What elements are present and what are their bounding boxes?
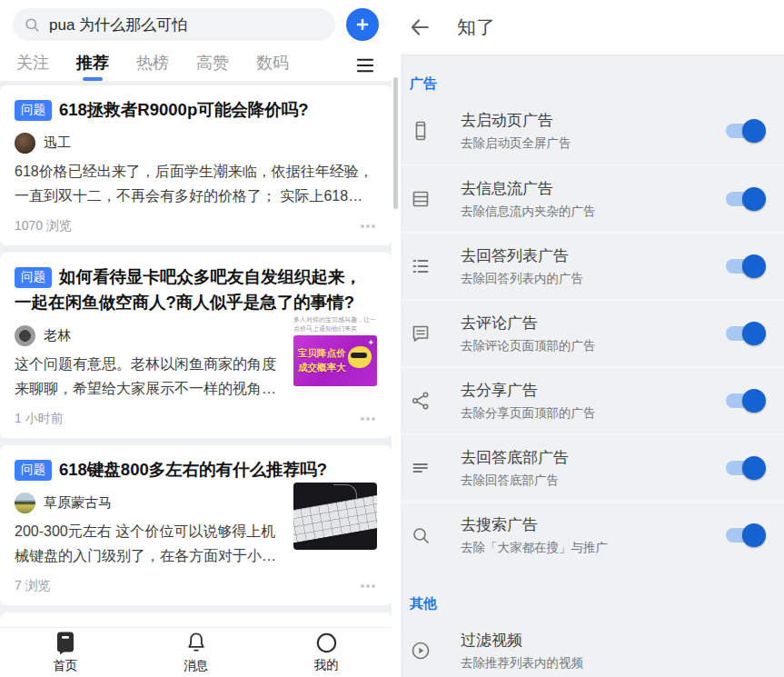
nav-home[interactable]: 首页 [0, 628, 131, 677]
question-badge: 问题 [15, 100, 52, 121]
setting-title: 去启动页广告 [461, 110, 726, 131]
setting-subtitle: 去除分享页面顶部的广告 [461, 405, 726, 422]
setting-subtitle: 去除评论页面顶部的广告 [461, 338, 726, 354]
feed-rows-icon [410, 188, 432, 210]
setting-row-share-ads[interactable]: 去分享广告 去除分享页面顶部的广告 [401, 366, 784, 433]
card-excerpt: 200-300元左右 这个价位可以说够得上机械键盘的入门级别了，在各方面对于小白… [15, 520, 283, 569]
feed-card[interactable]: 问题如何看待显卡吧众多吧友自发组织起来，一起在闲鱼做空商人?商人似乎是急了的事情… [0, 253, 392, 438]
toggle-search-ads[interactable] [726, 523, 766, 547]
setting-row-search-ads[interactable]: 去搜索广告 去除「大家都在搜」与推广 [401, 501, 784, 568]
author-row[interactable]: 老林 [15, 324, 283, 347]
setting-row-feed-ads[interactable]: 去信息流广告 去除信息流内夹杂的广告 [401, 164, 784, 232]
search-icon [24, 16, 41, 34]
author-name: 迅工 [44, 134, 71, 152]
author-name: 草原蒙古马 [44, 494, 112, 512]
author-row[interactable]: 草原蒙古马 [15, 491, 283, 514]
question-badge: 问题 [15, 460, 52, 481]
setting-subtitle: 去除信息流内夹杂的广告 [461, 204, 726, 220]
more-icon[interactable] [361, 224, 364, 228]
more-icon[interactable] [361, 417, 364, 421]
bell-icon [184, 631, 208, 655]
card-thumbnail: 多人对你的宝贝感兴趣，让一点价马上通知他们来买 宝贝降点价 成交概率大 [293, 315, 377, 402]
screenshot-root: pua 为什么那么可怕 关注 推荐 热榜 高赞 数码 [0, 0, 784, 677]
setting-title: 去信息流广告 [461, 178, 726, 199]
card-title: 问题618拯救者R9000p可能会降价吗? [15, 97, 377, 123]
bullet-list-icon [410, 255, 432, 277]
card-title: 问题如何看待显卡吧众多吧友自发组织起来，一起在闲鱼做空商人?商人似乎是急了的事情… [15, 264, 377, 315]
view-count: 7 浏览 [15, 578, 51, 594]
back-arrow-icon[interactable] [408, 15, 432, 39]
avatar [15, 133, 35, 154]
card-excerpt: 618价格已经出来了，后面学生潮来临，依据往年经验，一直到双十二，不再会有多好的… [15, 160, 377, 209]
setting-subtitle: 去除「大家都在搜」与推广 [461, 540, 726, 556]
setting-row-filter-video[interactable]: 过滤视频 去除推荐列表内的视频 [401, 617, 784, 677]
plus-icon [352, 15, 372, 35]
avatar [15, 493, 35, 513]
settings-list: 广告 去启动页广告 去除启动页全屏广告 [401, 55, 784, 677]
tab-upvoted[interactable]: 高赞 [196, 52, 229, 79]
thumbnail-caption: 多人对你的宝贝感兴趣，让一点价马上通知他们来买 [293, 315, 377, 334]
tab-hot[interactable]: 热榜 [136, 52, 169, 79]
timestamp: 1 小时前 [15, 411, 64, 427]
setting-title: 去回答底部广告 [461, 447, 726, 468]
search-header: pua 为什么那么可怕 [0, 0, 392, 49]
search-icon [410, 524, 432, 546]
toggle-answerlist-ads[interactable] [726, 254, 766, 278]
tab-bar: 关注 推荐 热榜 高赞 数码 [0, 49, 392, 82]
card-title: 问题618键盘800多左右的有什么推荐吗? [15, 457, 377, 483]
fish-illustration [348, 346, 372, 368]
setting-title: 去回答列表广告 [461, 245, 726, 266]
share-icon [410, 390, 432, 412]
author-name: 老林 [44, 327, 71, 344]
setting-row-answerlist-ads[interactable]: 去回答列表广告 去除回答列表内的广告 [401, 232, 784, 299]
search-query-text: pua 为什么那么可怕 [49, 15, 187, 35]
tab-recommend[interactable]: 推荐 [76, 52, 109, 79]
feed-card[interactable]: 问题618键盘800多左右的有什么推荐吗? 草原蒙古马 200-300元左右 这… [0, 445, 392, 605]
settings-panel: 知了 广告 去启动页广告 去除启动页全屏广告 [392, 0, 784, 677]
tab-digital[interactable]: 数码 [256, 52, 289, 79]
nav-profile[interactable]: 我的 [261, 628, 392, 677]
toggle-answerbottom-ads[interactable] [726, 456, 766, 480]
home-book-icon [55, 631, 76, 655]
toggle-share-ads[interactable] [726, 389, 766, 413]
author-row[interactable]: 迅工 [15, 131, 377, 154]
setting-row-answerbottom-ads[interactable]: 去回答底部广告 去除回答底部广告 [401, 433, 784, 501]
toggle-comment-ads[interactable] [726, 322, 766, 345]
keyboard-thumbnail [293, 483, 377, 550]
section-label-ads: 广告 [401, 55, 784, 97]
section-label-other: 其他 [401, 568, 784, 617]
search-input[interactable]: pua 为什么那么可怕 [13, 8, 335, 41]
add-button[interactable] [346, 8, 379, 41]
setting-row-splash-ads[interactable]: 去启动页广告 去除启动页全屏广告 [401, 97, 784, 164]
setting-title: 去搜索广告 [461, 514, 726, 535]
setting-subtitle: 去除回答列表内的广告 [461, 271, 726, 287]
setting-title: 过滤视频 [461, 630, 766, 651]
promo-image: 宝贝降点价 成交概率大 [293, 335, 377, 386]
setting-row-comment-ads[interactable]: 去评论广告 去除评论页面顶部的广告 [401, 299, 784, 366]
play-circle-icon [410, 640, 432, 662]
feed-app-panel: pua 为什么那么可怕 关注 推荐 热榜 高赞 数码 [0, 0, 392, 677]
bottom-nav: 首页 消息 我的 [0, 627, 392, 677]
page-title: 知了 [457, 15, 495, 40]
avatar [15, 325, 35, 346]
tab-menu-button[interactable] [355, 57, 375, 74]
toggle-feed-ads[interactable] [726, 187, 766, 211]
nav-messages[interactable]: 消息 [131, 628, 262, 677]
tab-follow[interactable]: 关注 [16, 52, 49, 79]
question-badge: 问题 [15, 267, 52, 288]
circle-icon [315, 632, 338, 654]
settings-header: 知了 [392, 0, 784, 55]
smartphone-icon [410, 120, 432, 142]
setting-subtitle: 去除启动页全屏广告 [461, 135, 726, 152]
card-excerpt: 这个问题有意思。老林以闲鱼商家的角度来聊聊，希望给大家展示不一样的视角 1、自发… [15, 353, 283, 402]
more-icon[interactable] [361, 584, 364, 588]
feed-card[interactable]: 文章学生党如何靠信息差日赚1千? 小葵 [0, 612, 392, 627]
comment-icon [410, 323, 432, 344]
setting-title: 去评论广告 [461, 313, 726, 334]
scrollbar[interactable] [393, 77, 398, 209]
feed-card[interactable]: 问题618拯救者R9000p可能会降价吗? 迅工 618价格已经出来了，后面学生… [0, 85, 392, 245]
feed-list: 问题618拯救者R9000p可能会降价吗? 迅工 618价格已经出来了，后面学生… [0, 82, 392, 627]
hamburger-icon [355, 57, 375, 74]
toggle-splash-ads[interactable] [726, 119, 766, 143]
setting-subtitle: 去除回答底部广告 [461, 473, 726, 489]
